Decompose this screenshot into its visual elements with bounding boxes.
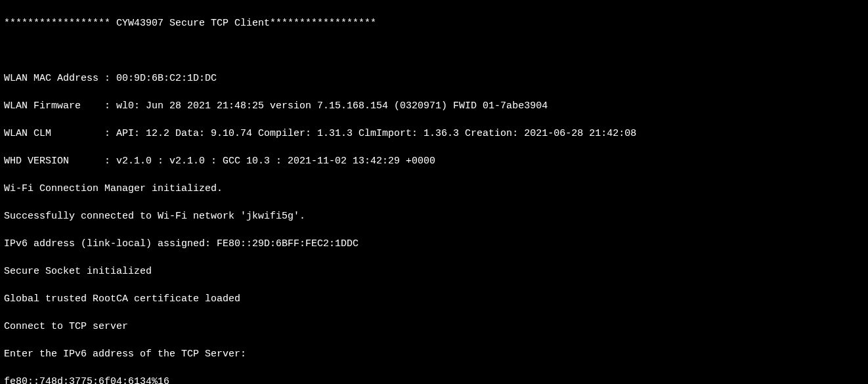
console-line: IPv6 address (link-local) assigned: FE80… xyxy=(4,237,864,251)
console-line: WLAN MAC Address : 00:9D:6B:C2:1D:DC xyxy=(4,72,864,85)
console-line: Wi-Fi Connection Manager initialized. xyxy=(4,182,864,196)
console-line: WLAN Firmware : wl0: Jun 28 2021 21:48:2… xyxy=(4,99,864,113)
console-line: Enter the IPv6 address of the TCP Server… xyxy=(4,347,864,361)
console-line: WLAN CLM : API: 12.2 Data: 9.10.74 Compi… xyxy=(4,127,864,140)
console-line: ****************** CYW43907 Secure TCP C… xyxy=(4,16,864,30)
console-line xyxy=(4,44,864,58)
console-line: Secure Socket initialized xyxy=(4,265,864,278)
console-line: Connect to TCP server xyxy=(4,320,864,333)
terminal-output: ****************** CYW43907 Secure TCP C… xyxy=(0,0,868,384)
console-line: Successfully connected to Wi-Fi network … xyxy=(4,209,864,223)
console-line: Global trusted RootCA certificate loaded xyxy=(4,292,864,306)
console-line: fe80::748d:3775:6f04:6134%16 xyxy=(4,375,864,384)
console-line: WHD VERSION : v2.1.0 : v2.1.0 : GCC 10.3… xyxy=(4,154,864,168)
